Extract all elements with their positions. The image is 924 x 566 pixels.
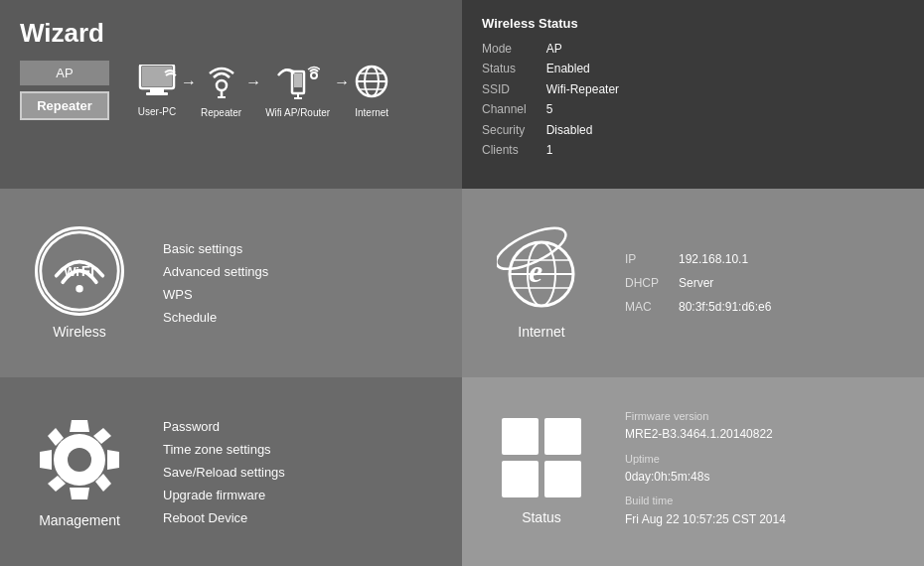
wizard-title: Wizard (20, 18, 442, 49)
arrow-3: → (334, 73, 350, 91)
svg-point-18 (76, 285, 82, 292)
dhcp-value: Server (679, 271, 771, 295)
top-row: Wizard AP Repeater (0, 0, 924, 189)
windows-icon (502, 418, 581, 497)
gear-container: Management (20, 415, 139, 528)
ip-value: 192.168.10.1 (679, 247, 771, 271)
network-flow: User-PC → (137, 64, 389, 118)
wireless-status-content: Mode Status SSID Channel Security Client… (482, 39, 904, 160)
svg-rect-1 (142, 67, 172, 86)
firmware-title: Firmware version (625, 408, 786, 426)
wireless-panel: Wi Fi Wireless Basic settings Advanced s… (0, 189, 462, 377)
svg-text:Wi: Wi (64, 264, 79, 279)
timezone-link[interactable]: Time zone settings (163, 442, 285, 457)
uptime-value: 0day:0h:5m:48s (625, 468, 786, 487)
wizard-panel: Wizard AP Repeater (0, 0, 462, 189)
repeater-label: Repeater (201, 107, 241, 118)
flow-internet: Internet (354, 64, 389, 118)
svg-point-29 (68, 448, 91, 472)
win-quad-4 (544, 461, 581, 497)
ws-val-channel: 5 (546, 99, 619, 119)
wps-link[interactable]: WPS (163, 287, 268, 302)
status-icon-container: Status (482, 418, 601, 525)
wireless-menu: Basic settings Advanced settings WPS Sch… (163, 241, 268, 325)
save-reload-link[interactable]: Save/Reload settings (163, 465, 285, 480)
ws-val-clients: 1 (546, 140, 619, 160)
repeater-icon (204, 64, 239, 104)
arrow-2: → (245, 73, 261, 91)
reboot-link[interactable]: Reboot Device (163, 510, 285, 525)
gear-icon (35, 415, 124, 504)
wizard-content: AP Repeater (20, 61, 442, 120)
mode-buttons: AP Repeater (20, 61, 109, 120)
ip-label: IP (625, 247, 659, 271)
schedule-link[interactable]: Schedule (163, 310, 268, 325)
svg-rect-3 (146, 92, 168, 95)
ws-val-mode: AP (546, 39, 619, 59)
flow-user-pc: User-PC (137, 65, 177, 117)
firmware-value: MRE2-B3.3464.1.20140822 (625, 425, 786, 444)
wifi-circle-icon: Wi Fi (35, 226, 124, 316)
win-quad-2 (544, 418, 581, 455)
ie-browser-icon: e (497, 226, 586, 316)
buildtime-title: Build time (625, 493, 786, 510)
ws-val-status: Enabled (546, 59, 619, 78)
main-grid: Wizard AP Repeater (0, 0, 924, 566)
ws-val-ssid: Wifi-Repeater (546, 79, 619, 99)
wireless-status-title: Wireless Status (482, 16, 904, 31)
wifi-logo: Wi Fi Wireless (20, 226, 139, 340)
ws-label-ssid: SSID (482, 79, 527, 99)
ap-button[interactable]: AP (20, 61, 109, 85)
ws-label-clients: Clients (482, 140, 527, 160)
ws-label-mode: Mode (482, 39, 527, 59)
mac-label: MAC (625, 295, 659, 319)
advanced-settings-link[interactable]: Advanced settings (163, 264, 268, 279)
ws-label-channel: Channel (482, 99, 527, 119)
management-label: Management (39, 512, 120, 528)
svg-point-9 (311, 72, 317, 78)
wifi-ap-icon (276, 64, 320, 104)
status-info: Firmware version MRE2-B3.3464.1.20140822… (625, 408, 786, 535)
wireless-status-panel: Wireless Status Mode Status SSID Channel… (462, 0, 924, 189)
status-label: Status (522, 509, 561, 525)
ws-val-security: Disabled (546, 120, 619, 140)
flow-wifi-ap: Wifi AP/Router (265, 64, 330, 118)
user-pc-label: User-PC (138, 106, 176, 117)
internet-info: IP DHCP MAC 192.168.10.1 Server 80:3f:5d… (625, 247, 771, 319)
password-link[interactable]: Password (163, 419, 285, 434)
upgrade-firmware-link[interactable]: Upgrade firmware (163, 488, 285, 502)
user-pc-icon (137, 65, 177, 103)
wireless-label: Wireless (53, 324, 106, 340)
buildtime-section: Build time Fri Aug 22 10:57:25 CST 2014 (625, 493, 786, 529)
internet-info-values: 192.168.10.1 Server 80:3f:5d:91:d6:e6 (679, 247, 771, 319)
wifi-ap-label: Wifi AP/Router (265, 107, 330, 118)
flow-repeater: Repeater (201, 64, 241, 118)
management-menu: Password Time zone settings Save/Reload … (163, 419, 285, 525)
internet-info-labels: IP DHCP MAC (625, 247, 659, 319)
ws-label-status: Status (482, 59, 527, 78)
repeater-button[interactable]: Repeater (20, 91, 109, 120)
svg-rect-2 (150, 88, 164, 92)
internet-label: Internet (518, 324, 564, 340)
win-quad-3 (502, 461, 539, 497)
uptime-section: Uptime 0day:0h:5m:48s (625, 451, 786, 488)
internet-icon (354, 64, 389, 104)
svg-text:Fi: Fi (81, 262, 94, 279)
mac-value: 80:3f:5d:91:d6:e6 (679, 295, 771, 319)
ie-logo-container: e Internet (482, 226, 601, 340)
win-quad-1 (502, 418, 539, 455)
buildtime-value: Fri Aug 22 10:57:25 CST 2014 (625, 510, 786, 529)
status-panel: Status Firmware version MRE2-B3.3464.1.2… (462, 377, 924, 566)
uptime-title: Uptime (625, 451, 786, 469)
internet-panel: e Internet IP DHCP MAC 192.168.10.1 Serv… (462, 189, 924, 377)
internet-flow-label: Internet (355, 107, 388, 118)
basic-settings-link[interactable]: Basic settings (163, 241, 268, 256)
ws-label-security: Security (482, 120, 527, 140)
svg-point-4 (217, 80, 227, 90)
arrow-1: → (181, 73, 197, 91)
ws-labels: Mode Status SSID Channel Security Client… (482, 39, 527, 160)
dhcp-label: DHCP (625, 271, 659, 295)
svg-rect-8 (294, 73, 302, 87)
ws-values: AP Enabled Wifi-Repeater 5 Disabled 1 (546, 39, 619, 160)
firmware-section: Firmware version MRE2-B3.3464.1.20140822 (625, 408, 786, 445)
